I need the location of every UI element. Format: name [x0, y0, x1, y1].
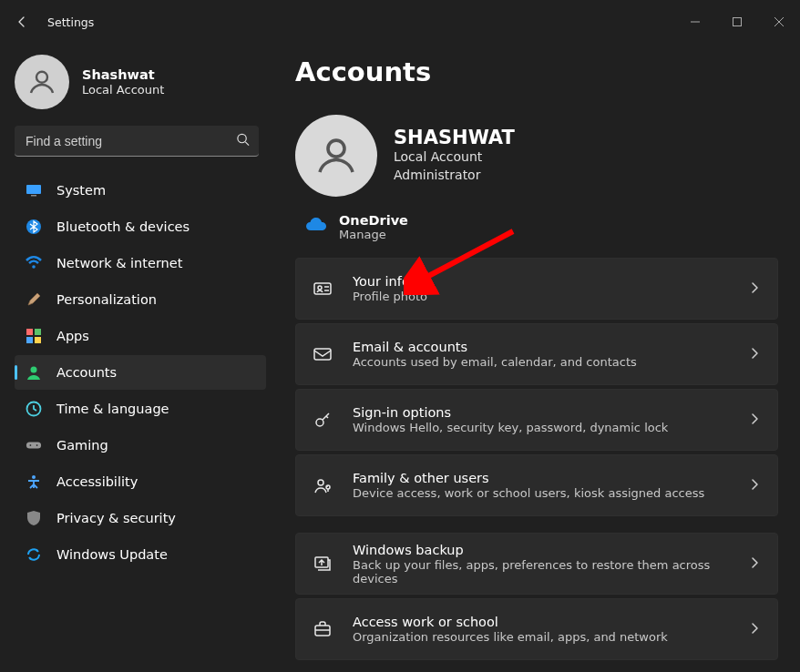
- sidebar-item-label: Time & language: [56, 402, 169, 416]
- card-sub: Profile photo: [353, 290, 728, 303]
- briefcase-icon: [313, 619, 333, 639]
- sidebar-item-network-internet[interactable]: Network & internet: [15, 246, 266, 280]
- card-sub: Device access, work or school users, kio…: [353, 486, 728, 500]
- page-title: Accounts: [295, 56, 778, 87]
- svg-point-4: [36, 72, 47, 83]
- card-sub: Windows Hello, security key, password, d…: [353, 421, 728, 434]
- profile-type: Local Account: [82, 83, 164, 97]
- wifi-icon: [26, 255, 42, 271]
- minimize-button[interactable]: [674, 7, 716, 36]
- svg-point-18: [30, 444, 32, 446]
- sidebar-item-privacy-security[interactable]: Privacy & security: [15, 501, 266, 535]
- sidebar-item-bluetooth-devices[interactable]: Bluetooth & devices: [15, 209, 266, 244]
- sidebar-item-label: Bluetooth & devices: [56, 219, 190, 234]
- sidebar-nav: SystemBluetooth & devicesNetwork & inter…: [15, 173, 266, 572]
- sidebar-profile[interactable]: Shashwat Local Account: [15, 53, 266, 126]
- sidebar-item-label: Apps: [56, 329, 89, 343]
- card-title: Access work or school: [353, 615, 728, 629]
- access-icon: [26, 473, 42, 490]
- onedrive-row[interactable]: OneDrive Manage: [295, 213, 778, 258]
- game-icon: [26, 437, 42, 453]
- card-sign-in-options[interactable]: Sign-in optionsWindows Hello, security k…: [295, 389, 778, 451]
- account-role: Administrator: [394, 167, 515, 185]
- avatar-large-icon: [295, 115, 377, 197]
- chevron-right-icon: [748, 621, 761, 638]
- card-your-info[interactable]: Your infoProfile photo: [295, 258, 778, 320]
- card-windows-backup[interactable]: Windows backupBack up your files, apps, …: [295, 533, 778, 595]
- sidebar-item-label: Windows Update: [56, 547, 168, 562]
- onedrive-icon: [304, 217, 326, 239]
- chevron-right-icon: [748, 346, 761, 363]
- svg-point-10: [32, 265, 36, 269]
- account-header: SHASHWAT Local Account Administrator: [295, 115, 778, 197]
- sidebar-item-accounts[interactable]: Accounts: [15, 355, 266, 390]
- svg-point-20: [32, 475, 36, 479]
- chevron-right-icon: [748, 555, 761, 573]
- svg-rect-7: [26, 185, 41, 194]
- card-list: Your infoProfile photoEmail & accountsAc…: [295, 258, 778, 660]
- svg-point-26: [318, 480, 323, 485]
- card-access-work-or-school[interactable]: Access work or schoolOrganization resour…: [295, 598, 778, 660]
- brush-icon: [26, 291, 42, 308]
- close-button[interactable]: [758, 7, 800, 36]
- backup-icon: [313, 554, 333, 574]
- svg-line-6: [245, 142, 249, 146]
- svg-rect-11: [26, 329, 33, 335]
- svg-rect-22: [314, 283, 331, 294]
- sidebar: Shashwat Local Account SystemBluetooth &…: [0, 44, 273, 672]
- sidebar-item-time-language[interactable]: Time & language: [15, 392, 266, 426]
- apps-icon: [26, 328, 42, 344]
- update-icon: [26, 546, 42, 563]
- clock-icon: [26, 401, 42, 417]
- bluetooth-icon: [26, 219, 42, 235]
- sidebar-item-personalization[interactable]: Personalization: [15, 282, 266, 317]
- card-email-accounts[interactable]: Email & accountsAccounts used by email, …: [295, 323, 778, 385]
- avatar-icon: [15, 55, 69, 109]
- person-icon: [26, 364, 42, 381]
- svg-rect-1: [733, 18, 742, 26]
- svg-rect-12: [35, 329, 41, 335]
- chevron-right-icon: [748, 412, 761, 429]
- svg-point-25: [316, 419, 323, 426]
- sidebar-item-apps[interactable]: Apps: [15, 319, 266, 353]
- mail-icon: [313, 344, 333, 364]
- svg-rect-14: [35, 337, 41, 343]
- card-title: Windows backup: [353, 543, 728, 557]
- maximize-button[interactable]: [716, 7, 758, 36]
- sidebar-item-gaming[interactable]: Gaming: [15, 428, 266, 463]
- search-input[interactable]: [15, 126, 259, 157]
- card-sub: Back up your files, apps, preferences to…: [353, 558, 728, 585]
- sidebar-item-label: Accessibility: [56, 474, 138, 489]
- card-title: Email & accounts: [353, 340, 728, 354]
- account-type: Local Account: [394, 148, 515, 167]
- svg-rect-8: [31, 195, 36, 197]
- key-icon: [313, 410, 333, 430]
- sidebar-item-accessibility[interactable]: Accessibility: [15, 464, 266, 499]
- svg-rect-17: [26, 442, 41, 448]
- sidebar-item-label: Gaming: [56, 438, 108, 453]
- monitor-icon: [26, 182, 42, 199]
- chevron-right-icon: [748, 477, 761, 494]
- svg-rect-24: [314, 349, 331, 360]
- sidebar-item-windows-update[interactable]: Windows Update: [15, 537, 266, 572]
- search-box[interactable]: [15, 126, 259, 157]
- sidebar-item-label: System: [56, 183, 106, 198]
- sidebar-item-system[interactable]: System: [15, 173, 266, 208]
- back-button[interactable]: [7, 7, 36, 36]
- id-icon: [313, 279, 333, 299]
- svg-point-15: [31, 367, 37, 373]
- sidebar-item-label: Personalization: [56, 292, 157, 307]
- shield-icon: [26, 510, 42, 526]
- sidebar-item-label: Privacy & security: [56, 511, 176, 525]
- family-icon: [313, 475, 333, 495]
- account-name: SHASHWAT: [394, 127, 515, 148]
- svg-point-19: [36, 444, 38, 446]
- card-sub: Accounts used by email, calendar, and co…: [353, 355, 728, 369]
- sidebar-item-label: Accounts: [56, 365, 117, 380]
- onedrive-title: OneDrive: [339, 213, 408, 228]
- card-family-other-users[interactable]: Family & other usersDevice access, work …: [295, 454, 778, 516]
- search-icon: [236, 133, 250, 150]
- profile-name: Shashwat: [82, 67, 164, 82]
- window-title: Settings: [47, 15, 94, 29]
- sidebar-item-label: Network & internet: [56, 256, 182, 270]
